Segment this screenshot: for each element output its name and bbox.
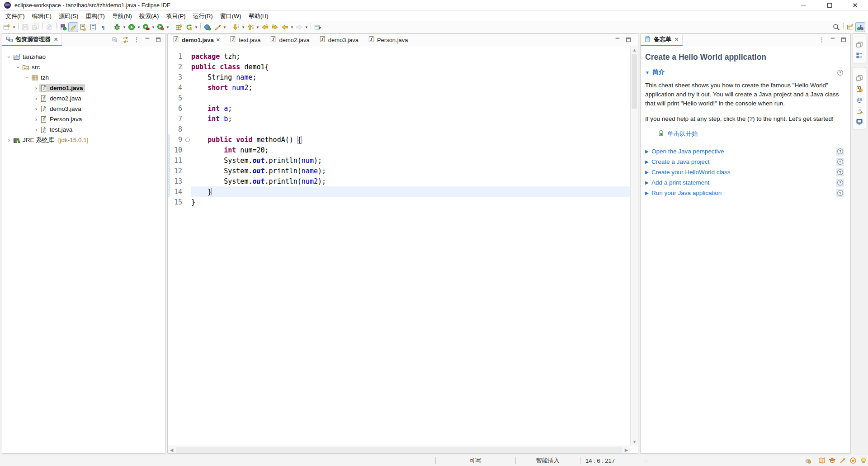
editor-tab-Person.java[interactable]: JPerson.java — [363, 34, 413, 46]
chevron-expanded-icon[interactable]: › — [15, 64, 21, 71]
open-perspective-button[interactable] — [845, 22, 855, 32]
chevron-collapsed-icon[interactable]: › — [33, 85, 39, 91]
close-view-icon[interactable]: ✕ — [675, 37, 679, 43]
tree-item-JRE[interactable]: ›JRE 系统库[jdk-15.0.1] — [2, 135, 165, 145]
menu-导航N[interactable]: 导航(N) — [108, 11, 136, 21]
dropdown-caret-icon[interactable]: ▼ — [137, 22, 141, 32]
javadoc-icon[interactable]: @ — [853, 95, 866, 105]
mark-occurrences-button[interactable] — [68, 22, 78, 32]
maximize-button[interactable] — [816, 0, 842, 10]
debug-button[interactable] — [112, 22, 122, 32]
menu-搜索A[interactable]: 搜索(A) — [136, 11, 162, 21]
type-hierarchy-button[interactable] — [78, 22, 88, 32]
menu-编辑E[interactable]: 编辑(E) — [28, 11, 55, 21]
editor-tab-demo3.java[interactable]: Jdemo3.java — [315, 34, 363, 46]
pin-editor-button[interactable] — [313, 22, 323, 32]
dropdown-caret-icon[interactable]: ▼ — [255, 22, 260, 32]
help-icon[interactable]: ? — [836, 168, 844, 176]
chevron-collapsed-icon[interactable]: › — [33, 95, 39, 102]
lightbulb-icon[interactable] — [860, 457, 867, 464]
console-icon[interactable] — [853, 116, 866, 127]
chevron-collapsed-icon[interactable]: › — [33, 106, 39, 112]
last-edit-fwd-button[interactable] — [270, 22, 280, 32]
code-editor[interactable]: 1package tzh;2public class demo1{3 Strin… — [168, 46, 630, 446]
minimize-button[interactable] — [791, 0, 816, 10]
menu-项目P[interactable]: 项目(P) — [162, 11, 189, 21]
dropdown-caret-icon[interactable]: ▼ — [241, 22, 245, 32]
next-annotation-button[interactable] — [231, 22, 241, 32]
cheatsheet-step-link[interactable]: ▶Add a print statement? — [645, 177, 844, 188]
click-to-begin-link[interactable]: 单击以开始 — [658, 130, 844, 138]
horizontal-scroll-thumb[interactable] — [176, 447, 622, 453]
tree-item-demo2.java[interactable]: ›Jdemo2.java — [2, 93, 165, 104]
help-icon[interactable]: ? — [836, 68, 844, 76]
fold-collapse-icon[interactable] — [185, 138, 190, 142]
close-view-icon[interactable]: ✕ — [54, 37, 58, 43]
minimize-view-icon[interactable] — [143, 36, 151, 44]
menu-文件F[interactable]: 文件(F) — [2, 11, 28, 21]
hand-icon[interactable] — [804, 457, 811, 464]
editor-horizontal-scrollbar[interactable]: ◀ ▶ — [168, 446, 630, 453]
editor-tab-test.java[interactable]: Jtest.java — [225, 34, 265, 46]
web-star-icon[interactable] — [849, 457, 857, 464]
dropdown-caret-icon[interactable]: ▼ — [290, 22, 294, 32]
launch-flag-button[interactable] — [58, 22, 68, 32]
menu-帮助H[interactable]: 帮助(H) — [245, 11, 272, 21]
pilcrow-button[interactable]: ¶ — [98, 22, 108, 32]
view-menu-icon[interactable] — [818, 36, 826, 44]
run-button[interactable] — [127, 22, 137, 32]
scroll-left-icon[interactable]: ◀ — [168, 446, 175, 454]
cheatsheet-step-link[interactable]: ▶Open the Java perspective? — [645, 146, 844, 157]
cheatsheet-step-link[interactable]: ▶Create a Java project? — [645, 157, 844, 167]
close-tab-icon[interactable]: ✕ — [216, 37, 220, 43]
dropdown-caret-icon[interactable]: ▼ — [12, 22, 16, 32]
vertical-scroll-thumb[interactable] — [632, 54, 637, 109]
tree-item-tzh[interactable]: ›tzh — [2, 72, 165, 83]
menu-源码S[interactable]: 源码(S) — [55, 11, 82, 21]
format-pen-button[interactable] — [212, 22, 222, 32]
coverage-button[interactable] — [141, 22, 151, 32]
scroll-right-icon[interactable]: ▶ — [623, 446, 630, 454]
editor-tab-demo2.java[interactable]: Jdemo2.java — [265, 34, 314, 46]
prev-annotation-button[interactable] — [245, 22, 255, 32]
cheatsheet-step-link[interactable]: ▶Create your HelloWorld class? — [645, 167, 844, 177]
tab-package-explorer[interactable]: 包资源管理器 ✕ — [2, 34, 62, 46]
outline-icon[interactable] — [853, 50, 866, 61]
maximize-view-icon[interactable] — [840, 36, 848, 44]
menu-重构T[interactable]: 重构(T) — [82, 11, 108, 21]
dropdown-caret-icon[interactable]: ▼ — [151, 22, 156, 32]
menu-窗口W[interactable]: 窗口(W) — [217, 11, 245, 21]
chevron-collapsed-icon[interactable]: › — [6, 137, 12, 143]
declaration-icon[interactable]: (= — [853, 105, 866, 116]
tree-item-test.java[interactable]: ›Jtest.java — [2, 124, 165, 135]
restore-pane-icon[interactable] — [853, 39, 866, 50]
dropdown-caret-icon[interactable]: ▼ — [222, 22, 227, 32]
new-package-button[interactable] — [174, 22, 184, 32]
maximize-editor-icon[interactable] — [624, 36, 632, 44]
menu-运行R[interactable]: 运行(R) — [189, 11, 217, 21]
tree-item-tanzihao[interactable]: ›Jtanzihao — [2, 52, 165, 62]
last-edit-back-button[interactable] — [260, 22, 270, 32]
java-perspective-button[interactable]: J — [855, 22, 865, 32]
search-button[interactable] — [831, 22, 841, 32]
dropdown-caret-icon[interactable]: ▼ — [165, 22, 170, 32]
cheatsheet-step-link[interactable]: ▶Run your Java application? — [645, 188, 844, 198]
new-wizard-button[interactable] — [2, 22, 12, 32]
help-icon[interactable]: ? — [836, 158, 844, 166]
tab-cheatsheet[interactable]: 备忘单 ✕ — [641, 34, 683, 46]
view-menu-icon[interactable] — [132, 36, 141, 44]
chevron-expanded-icon[interactable]: › — [24, 75, 30, 81]
maximize-view-icon[interactable] — [154, 36, 162, 44]
tree-item-src[interactable]: ›src — [2, 62, 165, 72]
link-with-editor-icon[interactable] — [122, 36, 130, 44]
dropdown-caret-icon[interactable]: ▼ — [304, 22, 309, 32]
minimize-view-icon[interactable] — [829, 36, 837, 44]
back-button[interactable] — [280, 22, 290, 32]
collapse-all-icon[interactable] — [111, 36, 119, 44]
show-outline-button[interactable] — [88, 22, 98, 32]
editor-vertical-scrollbar[interactable]: ▲ ▼ — [630, 46, 638, 446]
minimize-editor-icon[interactable] — [613, 36, 622, 44]
wand-icon[interactable] — [839, 457, 846, 464]
help-icon[interactable]: ? — [836, 147, 844, 156]
new-class-button[interactable] — [184, 22, 194, 32]
